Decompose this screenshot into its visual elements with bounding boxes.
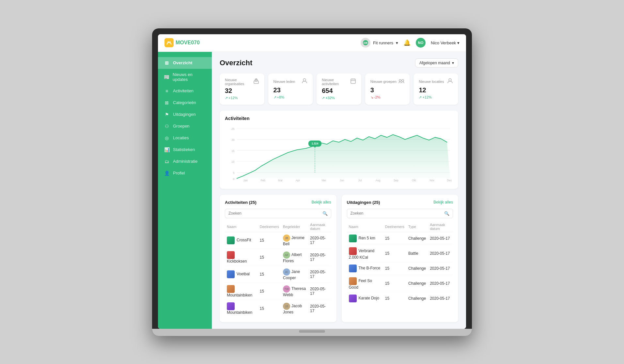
stat-value-0: 32 <box>225 87 259 95</box>
col-type-chal: Type <box>406 221 428 232</box>
table-row[interactable]: Kickboksen 15 AFAlbert Flores 2020-05-17 <box>225 249 331 266</box>
sidebar-item-profiel[interactable]: 👤 Profiel <box>158 167 212 179</box>
sidebar-item-administratie[interactable]: 🗂 Administratie <box>158 156 212 167</box>
svg-text:Jul: Jul <box>358 178 362 182</box>
chal-thumb-1 <box>349 247 357 255</box>
stat-card-locaties: Nieuwe locaties 12 ↗ +12% <box>413 73 458 105</box>
stat-icon-3 <box>398 78 404 85</box>
sidebar-item-uitdagingen[interactable]: ⚑ Uitdagingen <box>158 109 212 120</box>
col-guide-act: Begeleider <box>281 221 308 232</box>
activities-table: Naam Deelnemers Begeleider Aanmaak datum… <box>225 221 331 317</box>
table-row[interactable]: The B-Force 15 Challenge 2020-05-17 <box>347 262 453 275</box>
user-name[interactable]: Nico Verbeek ▾ <box>431 40 460 45</box>
stat-label-4: Nieuwe locaties <box>419 80 444 83</box>
col-participants-chal: Deelnemers <box>383 221 406 232</box>
sidebar-label-categorieen: Categorieën <box>173 100 196 105</box>
logo-text: MOVE070 <box>176 40 200 46</box>
table-row[interactable]: Verbrand 2.000 KCal 15 Battle 2020-05-17 <box>347 245 453 262</box>
challenges-search-input[interactable] <box>351 211 443 216</box>
stat-card-activiteiten: Nieuwe activiteiten 654 ↗ +32% <box>317 73 361 105</box>
sidebar-label-overzicht: Overzicht <box>173 60 192 65</box>
challenges-search-icon: 🔍 <box>444 211 449 216</box>
stat-card-leden: Nieuwe leden 23 ↗ +8% <box>268 73 313 105</box>
logo-icon <box>164 38 174 47</box>
org-avatar: FR <box>361 38 370 48</box>
activities-view-all[interactable]: Bekijk alles <box>311 200 331 205</box>
col-name-act: Naam <box>225 221 258 232</box>
svg-text:Mar: Mar <box>278 178 283 182</box>
org-selector[interactable]: FR Fit runners ▾ <box>361 38 398 48</box>
main-content: Overzicht Afgelopen maand ▾ Nieuwe organ… <box>212 52 466 329</box>
stat-value-4: 12 <box>419 86 453 94</box>
sidebar-item-groepen[interactable]: ⚇ Groepen <box>158 120 212 132</box>
activities-search-bar: 🔍 <box>225 209 331 218</box>
stat-icon-2 <box>350 78 356 85</box>
sidebar-label-profiel: Profiel <box>173 171 185 175</box>
trend-arrow-4: ↗ <box>419 95 422 99</box>
col-name-chal: Naam <box>347 221 383 232</box>
news-icon: 📰 <box>164 74 169 80</box>
stat-value-1: 23 <box>273 86 308 94</box>
nav-right: FR Fit runners ▾ 🔔 NO Nico Verbeek ▾ <box>361 38 460 48</box>
challenges-search-bar: 🔍 <box>347 209 453 218</box>
svg-text:Okt: Okt <box>412 178 416 182</box>
guide-avatar-1: AF <box>283 251 290 259</box>
org-name: Fit runners <box>373 40 393 45</box>
table-row[interactable]: Karate Dojo 15 Challenge 2020-05-17 <box>347 292 453 305</box>
svg-text:20: 20 <box>231 138 234 142</box>
sidebar-item-activiteiten[interactable]: ≡ Activiteiten <box>158 85 212 97</box>
admin-icon: 🗂 <box>164 159 170 164</box>
guide-avatar-4: JJ <box>283 303 290 310</box>
stat-trend-0: ↗ +12% <box>225 96 259 100</box>
activities-table-card: Activiteiten (25) Bekijk alles 🔍 Naam <box>220 195 336 322</box>
chal-thumb-4 <box>349 295 357 302</box>
sidebar-item-overzicht[interactable]: ⊞ Overzicht <box>158 57 212 69</box>
stat-value-3: 3 <box>370 86 405 94</box>
org-chevron: ▾ <box>396 40 398 45</box>
sidebar-item-locaties[interactable]: ◎ Locaties <box>158 132 212 144</box>
stat-value-2: 654 <box>322 87 356 95</box>
stat-label-1: Nieuwe leden <box>273 80 295 83</box>
activities-search-input[interactable] <box>228 211 320 216</box>
svg-point-5 <box>303 79 306 81</box>
sidebar-label-nieuws: Nieuws en updates <box>173 72 206 82</box>
svg-text:5: 5 <box>233 171 235 174</box>
svg-rect-4 <box>256 79 257 80</box>
sidebar: ⊞ Overzicht 📰 Nieuws en updates ≡ Activi… <box>158 52 212 329</box>
user-avatar: NO <box>416 38 426 48</box>
stat-label-0: Nieuwe organisaties <box>225 78 253 86</box>
trend-arrow-3: ↘ <box>370 95 373 99</box>
trend-arrow-2: ↗ <box>322 96 325 100</box>
sidebar-item-statistieken[interactable]: 📊 Statistieken <box>158 144 212 156</box>
stat-trend-2: ↗ +32% <box>322 96 356 100</box>
laptop-frame: MOVE070 FR Fit runners ▾ 🔔 NO Nico Verbe… <box>152 28 472 336</box>
svg-text:Aug: Aug <box>376 178 381 182</box>
stat-card-organisaties: Nieuwe organisaties 32 ↗ +12% <box>220 73 264 105</box>
laptop-base <box>152 329 472 336</box>
table-row[interactable]: Feel So Good 15 Challenge 2020-05-17 <box>347 275 453 292</box>
stat-trend-4: ↗ +12% <box>419 95 453 99</box>
stat-label-3: Nieuwe groepen <box>370 80 397 83</box>
sidebar-item-categorieen[interactable]: ⊠ Categorieën <box>158 97 212 109</box>
row-thumb-3 <box>227 285 235 293</box>
challenges-view-all[interactable]: Bekijk alles <box>433 200 453 205</box>
chevron-down-icon: ▾ <box>452 61 454 65</box>
guide-avatar-3: TW <box>283 285 290 293</box>
activities-search-icon: 🔍 <box>322 211 328 216</box>
sidebar-label-activiteiten: Activiteiten <box>173 88 194 93</box>
stat-icon-0 <box>253 78 259 85</box>
notification-bell[interactable]: 🔔 <box>403 39 411 46</box>
svg-rect-6 <box>351 79 355 83</box>
chart-container: 25 20 15 10 5 0 Jan Feb Mar Apr Mei <box>225 125 453 184</box>
locations-icon: ◎ <box>164 135 170 141</box>
table-row[interactable]: CrossFit 15 JBJerome Bell 2020-05-17 <box>225 232 331 249</box>
svg-text:Nov: Nov <box>429 178 434 182</box>
table-row[interactable]: Voetbal 15 JCJane Cooper 2020-05-17 <box>225 266 331 282</box>
period-selector[interactable]: Afgelopen maand ▾ <box>415 58 458 68</box>
sidebar-item-nieuws[interactable]: 📰 Nieuws en updates <box>158 69 212 85</box>
table-row[interactable]: Mountainbiken 15 JJJacob Jones 2020-05-1… <box>225 300 331 317</box>
table-row[interactable]: Ren 5 km 15 Challenge 2020-05-17 <box>347 232 453 245</box>
table-row[interactable]: Mountainbiken 15 TWTheresa Webb 2020-05-… <box>225 282 331 300</box>
row-thumb-4 <box>227 302 235 310</box>
col-date-act: Aanmaak datum <box>308 221 331 232</box>
